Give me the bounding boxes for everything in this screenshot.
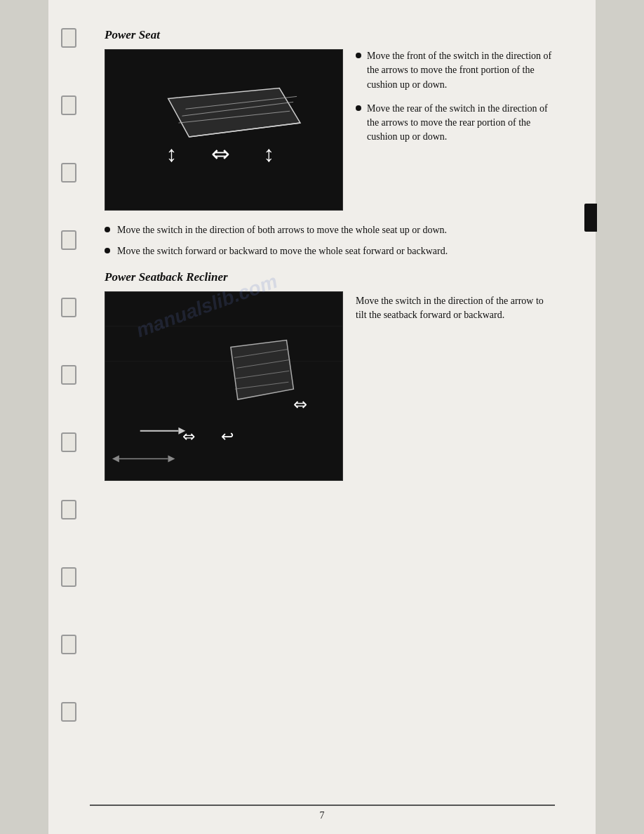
page-bullet-item-3: Move the switch in the direction of both… [105, 223, 554, 237]
page: manualslib.com Power Seat [48, 0, 596, 834]
ring-7 [61, 432, 76, 452]
page-bullet-dot-4 [105, 248, 110, 253]
page-bullet-item-4: Move the switch forward or backward to m… [105, 244, 554, 258]
svg-rect-9 [105, 291, 342, 479]
bullet-text-1: Move the front of the switch in the dire… [367, 49, 554, 92]
ring-9 [61, 567, 76, 587]
power-seatback-content-row: ⇔ ⇔ ↩ Move the switch in the direction o… [105, 291, 554, 481]
bullet-item-1: Move the front of the switch in the dire… [356, 49, 554, 92]
power-seatback-description: Move the switch in the direction of the … [356, 291, 554, 323]
svg-text:↕: ↕ [264, 141, 275, 166]
bullet-item-2: Move the rear of the switch in the direc… [356, 102, 554, 145]
page-footer: 7 [48, 805, 596, 821]
bullet-dot-1 [356, 53, 361, 58]
bookmark-tab [584, 204, 597, 232]
page-bullet-text-3: Move the switch in the direction of both… [117, 223, 447, 237]
power-seat-additional-bullets: Move the switch in the direction of both… [105, 223, 554, 259]
svg-text:⇔: ⇔ [211, 141, 230, 166]
ring-6 [61, 365, 76, 385]
ring-5 [61, 298, 76, 317]
power-seatback-image: ⇔ ⇔ ↩ [105, 291, 343, 481]
power-seatback-title: Power Seatback Recliner [105, 270, 554, 284]
svg-marker-12 [231, 340, 293, 399]
footer-line [90, 805, 555, 806]
ring-4 [61, 230, 76, 250]
page-bullet-dot-3 [105, 227, 110, 232]
power-seat-image: ↕ ⇔ ↕ [105, 49, 343, 211]
ring-8 [61, 500, 76, 519]
power-seat-bullet-list: Move the front of the switch in the dire… [356, 49, 554, 154]
ring-3 [61, 163, 76, 183]
ring-11 [61, 702, 76, 722]
power-seat-content-row: ↕ ⇔ ↕ Move the front of the switch in th… [105, 49, 554, 211]
ring-binder [61, 28, 76, 722]
ring-2 [61, 95, 76, 115]
bullet-dot-2 [356, 105, 361, 111]
page-bullet-text-4: Move the switch forward or backward to m… [117, 244, 448, 258]
svg-text:⇔: ⇔ [182, 428, 195, 445]
ring-1 [61, 28, 76, 48]
svg-text:↕: ↕ [166, 141, 177, 166]
svg-text:↩: ↩ [221, 428, 234, 445]
ring-10 [61, 635, 76, 654]
power-seatback-text: Move the switch in the direction of the … [356, 296, 544, 320]
power-seat-title: Power Seat [105, 28, 554, 42]
svg-text:⇔: ⇔ [293, 395, 307, 413]
bullet-text-2: Move the rear of the switch in the direc… [367, 102, 554, 145]
page-number: 7 [320, 810, 325, 821]
